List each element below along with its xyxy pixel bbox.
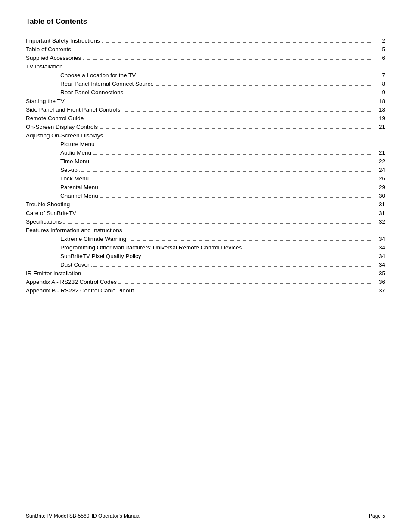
toc-dots (136, 292, 373, 292)
toc-label: Set-up (26, 167, 78, 173)
toc-page: 21 (375, 149, 385, 156)
toc-page: 35 (375, 270, 385, 277)
toc-dots (143, 258, 373, 258)
toc-page: 5 (375, 46, 385, 53)
toc-entry: Appendix A - RS232 Control Codes36 (26, 277, 385, 286)
toc-entry: Adjusting On-Screen Displays (26, 131, 385, 140)
toc-label: Time Menu (26, 158, 89, 165)
toc-label: Picture Menu (26, 141, 95, 147)
toc-entry: IR Emitter Installation35 (26, 269, 385, 277)
toc-page: 19 (375, 115, 385, 121)
toc-dots (73, 51, 373, 51)
toc-entry: Extreme Climate Warning34 (26, 234, 385, 243)
toc-dots (66, 103, 373, 103)
toc-label: Dust Cover (26, 261, 90, 268)
toc-page: 22 (375, 158, 385, 165)
toc-entry: Parental Menu29 (26, 183, 385, 191)
footer-left: SunBriteTV Model SB-5560HD Operator's Ma… (26, 513, 140, 519)
toc-label: Care of SunBriteTV (26, 210, 76, 216)
toc-dots (91, 266, 373, 267)
toc-dots (118, 283, 373, 284)
toc-page: 21 (375, 124, 385, 130)
toc-dots (93, 154, 373, 155)
toc-entry: Important Safety Instructions2 (26, 36, 385, 45)
toc-page: 29 (375, 184, 385, 190)
toc-page: 7 (375, 72, 385, 78)
toc-page: 31 (375, 201, 385, 208)
toc-page: 34 (375, 253, 385, 259)
toc-entry: Care of SunBriteTV31 (26, 208, 385, 217)
page-footer: SunBriteTV Model SB-5560HD Operator's Ma… (26, 513, 385, 519)
toc-entry: Remote Control Guide19 (26, 114, 385, 122)
toc-dots (83, 59, 373, 60)
toc-label: SunBriteTV Pixel Quality Policy (26, 253, 141, 259)
toc-page: 34 (375, 261, 385, 268)
toc-page: 6 (375, 55, 385, 61)
toc-label: Table of Contents (26, 46, 71, 53)
toc-dots (156, 85, 373, 86)
toc-entry: Table of Contents5 (26, 45, 385, 53)
toc-label: On-Screen Display Controls (26, 124, 98, 130)
toc-label: Appendix A - RS232 Control Codes (26, 279, 117, 285)
toc-page: 18 (375, 106, 385, 113)
toc-dots (122, 111, 373, 112)
toc-dots (102, 42, 373, 43)
toc-label: Trouble Shooting (26, 201, 70, 208)
toc-dots (79, 171, 373, 172)
toc-entry: Features Information and Instructions (26, 226, 385, 234)
toc-page: 30 (375, 193, 385, 199)
toc-page: 9 (375, 89, 385, 96)
toc-page: 37 (375, 287, 385, 294)
toc-label: Adjusting On-Screen Displays (26, 132, 103, 139)
toc-entry: Supplied Accessories6 (26, 53, 385, 62)
toc-entry: Lock Menu26 (26, 174, 385, 183)
toc-dots (100, 197, 373, 198)
toc-page: 34 (375, 244, 385, 251)
toc-page: 8 (375, 81, 385, 87)
page-title: Table of Contents (26, 17, 385, 26)
toc-entry: Picture Menu (26, 140, 385, 148)
toc-dots (100, 128, 373, 129)
toc-dots (125, 94, 373, 94)
toc-content: Important Safety Instructions2Table of C… (26, 36, 385, 295)
toc-label: Choose a Location for the TV (26, 72, 136, 78)
toc-dots (90, 180, 373, 180)
toc-entry: Rear Panel Internal Connect Source8 (26, 79, 385, 88)
toc-page: 36 (375, 279, 385, 285)
toc-entry: Trouble Shooting31 (26, 200, 385, 208)
toc-dots (137, 77, 373, 77)
toc-label: Features Information and Instructions (26, 227, 122, 233)
toc-dots (128, 240, 373, 241)
toc-dots (243, 249, 373, 249)
header-rule (26, 28, 385, 28)
toc-label: Side Panel and Front Panel Controls (26, 106, 120, 113)
toc-label: Starting the TV (26, 98, 65, 104)
toc-label: Programming Other Manufacturers’ Univers… (26, 244, 242, 251)
toc-page: 31 (375, 210, 385, 216)
toc-dots (78, 215, 373, 215)
toc-entry: Programming Other Manufacturers’ Univers… (26, 243, 385, 252)
toc-label: Parental Menu (26, 184, 98, 190)
toc-page: 2 (375, 37, 385, 44)
toc-page: 26 (375, 175, 385, 182)
toc-dots (72, 206, 373, 206)
toc-page: 34 (375, 236, 385, 242)
toc-entry: Audio Menu21 (26, 148, 385, 157)
toc-dots (63, 223, 373, 224)
toc-label: Rear Panel Connections (26, 89, 123, 96)
toc-entry: Set-up24 (26, 165, 385, 174)
toc-label: Extreme Climate Warning (26, 236, 126, 242)
toc-label: Important Safety Instructions (26, 37, 100, 44)
toc-label: Lock Menu (26, 175, 89, 182)
toc-label: TV Installation (26, 63, 63, 70)
toc-label: Channel Menu (26, 193, 98, 199)
toc-entry: Rear Panel Connections9 (26, 88, 385, 96)
footer-right: Page 5 (369, 513, 385, 519)
toc-entry: TV Installation (26, 62, 385, 71)
toc-page: 32 (375, 218, 385, 225)
toc-entry: Specifications32 (26, 217, 385, 226)
toc-label: Specifications (26, 218, 62, 225)
toc-entry: SunBriteTV Pixel Quality Policy34 (26, 252, 385, 260)
toc-entry: Time Menu22 (26, 157, 385, 165)
toc-label: IR Emitter Installation (26, 270, 81, 277)
